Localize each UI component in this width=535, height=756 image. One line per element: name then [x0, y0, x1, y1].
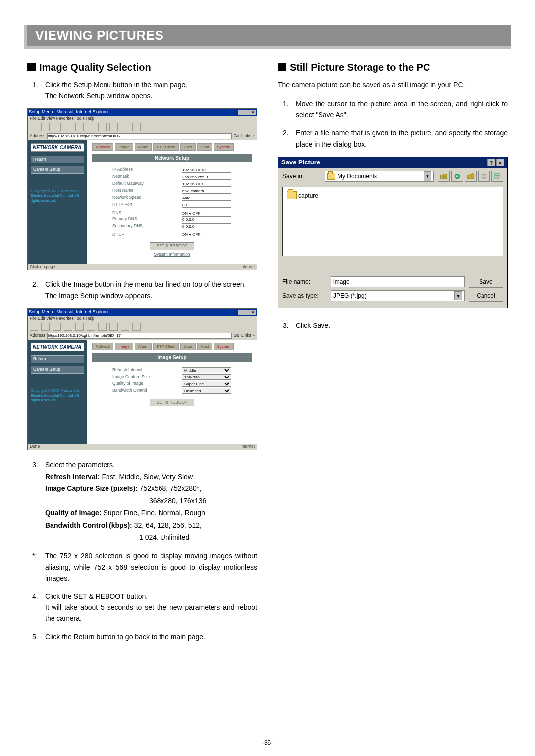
minimize-icon[interactable]: _ — [238, 310, 244, 315]
details-view-icon[interactable] — [491, 171, 503, 182]
new-folder-icon[interactable] — [465, 171, 477, 182]
desktop-icon[interactable] — [451, 171, 463, 182]
field-label: Netmask — [112, 174, 182, 179]
right-column: Still Picture Storage to the PC The came… — [278, 58, 508, 649]
chevron-down-icon[interactable]: ▼ — [424, 171, 431, 181]
gateway-input[interactable] — [182, 181, 231, 187]
step-number: 4. — [32, 591, 45, 624]
folder-icon — [287, 191, 297, 199]
system-info-link[interactable]: System Information — [112, 252, 231, 257]
tab-network[interactable]: Network — [92, 343, 113, 350]
cancel-button[interactable]: Cancel — [469, 290, 503, 302]
forward-icon[interactable] — [41, 323, 50, 331]
go-button[interactable]: Go — [234, 134, 239, 139]
camera-setup-button[interactable]: Camera Setup — [31, 166, 84, 174]
primarydns-input[interactable] — [182, 216, 231, 222]
chevron-down-icon[interactable]: ▼ — [454, 291, 462, 300]
filename-input[interactable] — [331, 276, 465, 287]
tab-host[interactable]: Host — [197, 143, 212, 151]
maximize-icon[interactable]: □ — [244, 110, 250, 115]
httpport-input[interactable] — [182, 202, 231, 208]
tab-ftpclient[interactable]: FTP Client — [153, 343, 179, 350]
return-button[interactable]: Return — [31, 156, 84, 163]
history-icon[interactable] — [109, 123, 118, 131]
field-label: Quality of Image — [112, 381, 182, 386]
refresh-select[interactable]: Middle — [182, 367, 231, 373]
tab-system[interactable]: System — [214, 143, 234, 151]
refresh-icon[interactable] — [64, 323, 72, 331]
home-icon[interactable] — [75, 123, 84, 131]
save-in-dropdown[interactable]: My Documents ▼ — [325, 171, 434, 182]
links-label[interactable]: Links » — [241, 333, 255, 338]
ie-menubar[interactable]: File Edit View Favorites Tools Help — [28, 316, 257, 322]
tab-network[interactable]: Network — [92, 143, 113, 151]
up-folder-icon[interactable] — [438, 171, 450, 182]
save-button[interactable]: Save — [469, 276, 503, 288]
param-label: Bandwidth Control (kbps): — [45, 521, 134, 529]
stop-icon[interactable] — [53, 323, 61, 331]
back-icon[interactable] — [30, 323, 38, 331]
forward-icon[interactable] — [41, 123, 50, 131]
param-value: 368x280, 176x136 — [149, 497, 206, 505]
tab-host[interactable]: Host — [197, 343, 212, 350]
footnote-marker: *: — [32, 550, 45, 584]
page-header: VIEWING PICTURES — [24, 25, 511, 49]
favorites-icon[interactable] — [98, 123, 107, 131]
search-icon[interactable] — [87, 123, 95, 131]
tab-system[interactable]: System — [214, 343, 234, 350]
print-icon[interactable] — [132, 123, 141, 131]
square-bullet-icon — [27, 63, 36, 71]
dns-radios[interactable]: ON ● OFF — [182, 211, 231, 216]
print-icon[interactable] — [132, 323, 141, 331]
file-item[interactable]: capture — [286, 190, 320, 200]
camera-setup-button[interactable]: Camera Setup — [31, 366, 84, 374]
file-list-area[interactable]: capture — [282, 187, 503, 256]
close-icon[interactable]: × — [250, 110, 256, 115]
favorites-icon[interactable] — [98, 323, 107, 331]
go-button[interactable]: Go — [234, 333, 239, 338]
bandwidth-select[interactable]: Unlimited — [182, 388, 231, 394]
ip-input[interactable] — [182, 167, 231, 173]
netspeed-input[interactable] — [182, 195, 231, 201]
tab-alarm[interactable]: Alarm — [135, 343, 152, 350]
return-button[interactable]: Return — [31, 355, 84, 363]
address-input[interactable] — [47, 133, 232, 139]
tab-user[interactable]: User — [180, 143, 196, 151]
hostname-input[interactable] — [182, 188, 231, 194]
tab-alarm[interactable]: Alarm — [135, 143, 152, 151]
secondarydns-input[interactable] — [182, 223, 231, 229]
help-icon[interactable]: ? — [487, 159, 495, 166]
list-view-icon[interactable] — [478, 171, 490, 182]
refresh-icon[interactable] — [64, 123, 72, 131]
stop-icon[interactable] — [53, 123, 61, 131]
square-bullet-icon — [278, 63, 286, 71]
maximize-icon[interactable]: □ — [244, 310, 250, 315]
tab-image[interactable]: Image — [115, 343, 133, 350]
search-icon[interactable] — [87, 323, 95, 331]
tab-ftpclient[interactable]: FTP Client — [153, 143, 179, 151]
setup-tabs: Network Image Alarm FTP Client User Host… — [92, 143, 252, 151]
close-icon[interactable]: × — [250, 310, 256, 315]
ie-titlebar: Setup Menu - Microsoft Internet Explorer… — [28, 109, 257, 116]
mail-icon[interactable] — [121, 123, 129, 131]
address-input[interactable] — [47, 333, 232, 339]
netmask-input[interactable] — [182, 174, 231, 180]
close-icon[interactable]: × — [496, 159, 504, 166]
minimize-icon[interactable]: _ — [238, 110, 244, 115]
history-icon[interactable] — [109, 323, 118, 331]
capturesize-select[interactable]: 368x280 — [182, 374, 231, 380]
home-icon[interactable] — [75, 323, 84, 331]
links-label[interactable]: Links » — [241, 134, 255, 139]
field-label: Network Speed — [112, 195, 182, 200]
mail-icon[interactable] — [121, 323, 129, 331]
tab-user[interactable]: User — [180, 343, 196, 350]
ie-menubar[interactable]: File Edit View Favorites Tools Help — [28, 116, 257, 122]
field-label: Refresh Interval — [112, 368, 182, 373]
quality-select[interactable]: Super Fine — [182, 381, 231, 387]
tab-image[interactable]: Image — [115, 143, 133, 151]
back-icon[interactable] — [30, 123, 38, 131]
savetype-dropdown[interactable]: JPEG (*.jpg) ▼ — [331, 290, 465, 301]
set-reboot-button[interactable]: SET & REBOOT — [150, 242, 194, 250]
set-reboot-button[interactable]: SET & REBOOT — [150, 399, 194, 407]
dhcp-radios[interactable]: ON ● OFF — [182, 232, 231, 237]
